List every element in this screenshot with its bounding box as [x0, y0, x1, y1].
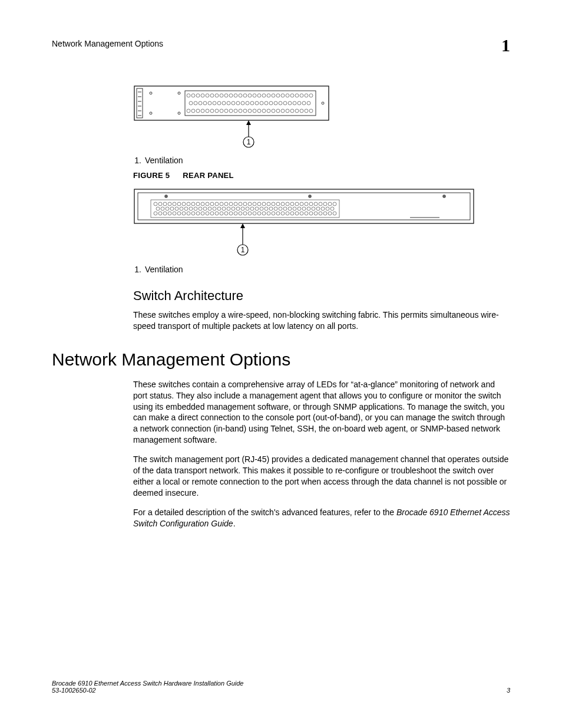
- para-nmo-1: These switches contain a comprehensive a…: [133, 379, 510, 446]
- svg-point-99: [165, 195, 168, 198]
- callout-text: Ventilation: [145, 265, 183, 274]
- heading-switch-architecture: Switch Architecture: [133, 288, 510, 304]
- footer-page-number: 3: [507, 687, 510, 694]
- svg-marker-221: [240, 223, 245, 228]
- footer-doc-title: Brocade 6910 Ethernet Access Switch Hard…: [52, 680, 244, 687]
- chapter-number: 1: [501, 35, 510, 55]
- running-title: Network Management Options: [52, 35, 163, 48]
- figure-side-panel: []: [133, 85, 510, 165]
- figure5-rear-panel: 1 1. Ventilation: [133, 188, 510, 274]
- svg-marker-95: [246, 120, 251, 125]
- para-nmo-3: For a detailed description of the switch…: [133, 507, 510, 529]
- callout-number: 1.: [133, 265, 141, 274]
- page-footer: Brocade 6910 Ethernet Access Switch Hard…: [52, 680, 510, 694]
- svg-rect-97: [134, 189, 474, 223]
- figure5-title: REAR PANEL: [183, 171, 234, 180]
- callout-bubble-1: 1: [247, 138, 251, 146]
- callout-text: Ventilation: [145, 156, 183, 165]
- callout-bubble-2: 1: [241, 246, 245, 254]
- svg-point-101: [443, 195, 446, 198]
- para-nmo-3-post: .: [233, 519, 236, 528]
- callout-number: 1.: [133, 156, 141, 165]
- footer-doc-number: 53-1002650-02: [52, 687, 244, 694]
- side-panel-illustration: []: [133, 85, 330, 150]
- figure5-label: FIGURE 5: [133, 171, 170, 180]
- para-nmo-2: The switch management port (RJ-45) provi…: [133, 454, 510, 499]
- figure5-caption: FIGURE 5 REAR PANEL: [133, 171, 510, 180]
- para-switch-architecture: These switches employ a wire-speed, non-…: [133, 309, 510, 332]
- svg-point-100: [309, 195, 312, 198]
- heading-network-management-options: Network Management Options: [52, 350, 510, 370]
- para-nmo-3-pre: For a detailed description of the switch…: [133, 508, 396, 517]
- running-header: Network Management Options 1: [52, 35, 510, 55]
- rear-panel-illustration: 1: [133, 188, 475, 259]
